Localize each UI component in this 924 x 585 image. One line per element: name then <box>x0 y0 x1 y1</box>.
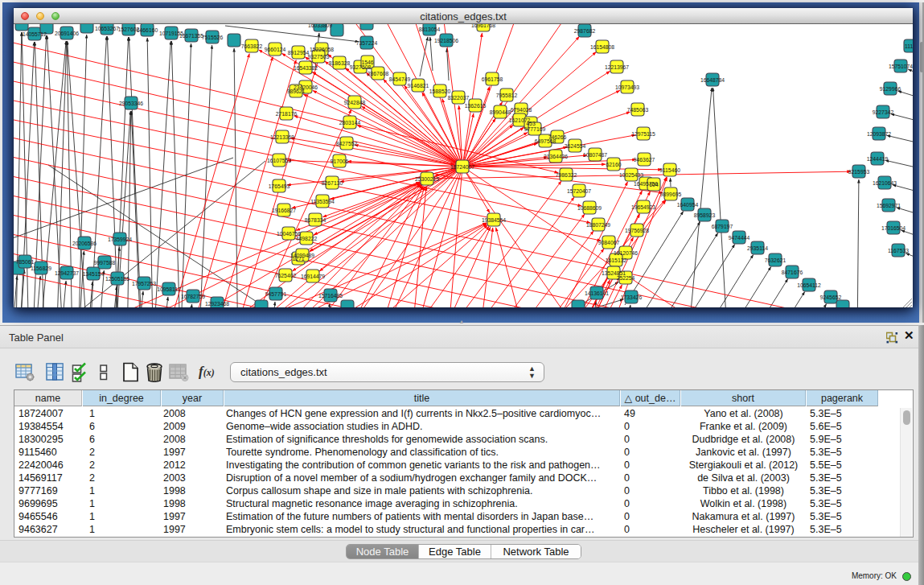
svg-text:2718176: 2718176 <box>276 111 298 117</box>
svg-text:1244419: 1244419 <box>867 156 889 162</box>
svg-text:16782759: 16782759 <box>181 294 205 299</box>
svg-text:4498222: 4498222 <box>296 236 318 241</box>
svg-text:10025433: 10025433 <box>619 172 643 178</box>
svg-text:10958117: 10958117 <box>157 286 181 292</box>
svg-text:16961768: 16961768 <box>471 24 495 28</box>
svg-text:14099489: 14099489 <box>290 253 314 258</box>
svg-text:20206586: 20206586 <box>72 241 97 246</box>
svg-text:917006: 917006 <box>331 159 349 164</box>
svg-text:20691406: 20691406 <box>55 31 79 36</box>
svg-text:10653267: 10653267 <box>95 26 119 31</box>
svg-text:16107553: 16107553 <box>267 158 291 163</box>
svg-text:6466160: 6466160 <box>137 27 158 33</box>
svg-text:785061: 785061 <box>16 259 35 265</box>
svg-text:1733426: 1733426 <box>621 295 643 300</box>
svg-text:8427552: 8427552 <box>336 141 358 146</box>
svg-text:15692971: 15692971 <box>877 203 901 208</box>
svg-text:17016504: 17016504 <box>881 225 906 231</box>
svg-text:746266: 746266 <box>548 134 567 140</box>
svg-text:7986322: 7986322 <box>556 172 577 178</box>
svg-text:10973493: 10973493 <box>615 84 639 90</box>
svg-text:1345154: 1345154 <box>83 271 105 277</box>
svg-text:16154808: 16154808 <box>590 44 614 50</box>
svg-text:9327508: 9327508 <box>350 64 372 70</box>
svg-text:3624554: 3624554 <box>565 143 586 149</box>
svg-text:8990448: 8990448 <box>490 109 511 115</box>
svg-text:2987682: 2987682 <box>574 28 596 34</box>
svg-text:9227342: 9227342 <box>873 109 894 115</box>
svg-text:6961758: 6961758 <box>482 76 503 82</box>
svg-text:19654923: 19654923 <box>631 204 655 210</box>
svg-text:8813054: 8813054 <box>419 27 441 32</box>
svg-text:10688609: 10688609 <box>577 205 602 211</box>
svg-text:8267130: 8267130 <box>322 180 343 186</box>
svg-text:2867608: 2867608 <box>368 71 389 76</box>
svg-text:9327503: 9327503 <box>308 54 330 60</box>
svg-text:1640954: 1640954 <box>677 202 699 208</box>
svg-text:1615132: 1615132 <box>606 257 627 263</box>
svg-text:62160: 62160 <box>606 162 622 167</box>
svg-text:10654112: 10654112 <box>797 282 821 288</box>
svg-text:12213967: 12213967 <box>605 64 629 70</box>
svg-text:15716485: 15716485 <box>318 293 343 299</box>
svg-text:7632621: 7632621 <box>765 257 786 263</box>
svg-text:1156829: 1156829 <box>31 266 51 271</box>
svg-text:8215953: 8215953 <box>848 169 870 175</box>
svg-text:21364436: 21364436 <box>544 154 568 159</box>
svg-text:12213369: 12213369 <box>270 134 294 140</box>
svg-text:16120746: 16120746 <box>614 250 638 256</box>
svg-text:1765493: 1765493 <box>269 183 290 189</box>
svg-text:9660124: 9660124 <box>265 47 286 52</box>
svg-text:15226058: 15226058 <box>310 47 334 52</box>
svg-text:18807249: 18807249 <box>586 222 610 228</box>
svg-text:16543382: 16543382 <box>294 65 318 71</box>
svg-text:15720407: 15720407 <box>567 188 591 194</box>
svg-text:12975115: 12975115 <box>631 131 655 137</box>
svg-text:9084067: 9084067 <box>598 240 620 245</box>
svg-text:16033809: 16033809 <box>308 24 332 28</box>
svg-text:11353594: 11353594 <box>310 199 335 204</box>
svg-text:6879197: 6879197 <box>712 224 733 229</box>
svg-text:16671355: 16671355 <box>179 33 203 39</box>
svg-text:2935114: 2935114 <box>747 245 768 251</box>
svg-text:7625402: 7625402 <box>275 273 297 278</box>
svg-text:9129966: 9129966 <box>880 86 901 92</box>
svg-text:16648784: 16648784 <box>700 77 725 83</box>
svg-text:8958923: 8958923 <box>694 212 716 218</box>
svg-text:8471676: 8471676 <box>782 270 803 275</box>
svg-text:17957253: 17957253 <box>132 281 156 286</box>
svg-text:10807487: 10807487 <box>583 152 607 158</box>
svg-text:25300215: 25300215 <box>415 176 439 182</box>
svg-text:7357224: 7357224 <box>356 40 378 46</box>
svg-text:18724007: 18724007 <box>450 164 474 170</box>
svg-text:9242848: 9242848 <box>344 100 366 105</box>
svg-text:252254: 252254 <box>617 275 635 281</box>
svg-text:9115460: 9115460 <box>659 167 680 173</box>
svg-text:8912954: 8912954 <box>288 50 310 56</box>
svg-text:12093872: 12093872 <box>867 131 891 137</box>
svg-text:2803144: 2803144 <box>339 120 361 126</box>
svg-text:7955812: 7955812 <box>496 93 518 98</box>
svg-text:7663822: 7663822 <box>241 43 263 49</box>
svg-text:1546: 1546 <box>361 60 373 65</box>
svg-text:9899695: 9899695 <box>660 192 682 197</box>
svg-text:989621: 989621 <box>287 89 306 94</box>
svg-text:1362615: 1362615 <box>465 103 487 109</box>
svg-text:8322037: 8322037 <box>448 95 470 101</box>
svg-text:9457791: 9457791 <box>265 291 287 297</box>
svg-text:19218506: 19218506 <box>434 38 458 43</box>
svg-text:14136141: 14136141 <box>585 290 609 296</box>
svg-text:8186328: 8186328 <box>329 60 351 66</box>
svg-text:9997588: 9997588 <box>94 260 116 266</box>
svg-text:9474444: 9474444 <box>729 235 750 241</box>
svg-text:12505185: 12505185 <box>105 276 129 282</box>
svg-text:9146821: 9146821 <box>408 83 429 89</box>
svg-text:7515526: 7515526 <box>202 35 224 40</box>
svg-text:604: 604 <box>649 182 659 187</box>
svg-text:12942737: 12942737 <box>55 270 79 276</box>
svg-text:7485063: 7485063 <box>627 107 649 113</box>
svg-text:9245652: 9245652 <box>820 295 842 300</box>
svg-text:19166827: 19166827 <box>272 208 296 213</box>
svg-text:16914479: 16914479 <box>301 274 325 279</box>
svg-text:19384554: 19384554 <box>482 217 506 223</box>
